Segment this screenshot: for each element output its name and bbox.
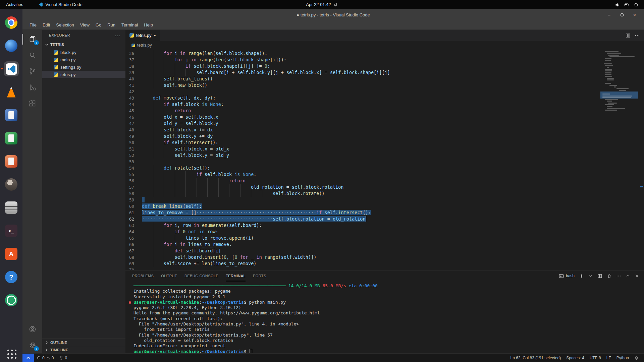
- window-titlebar[interactable]: ● tetris.py - tetris - Visual Studio Cod…: [22, 9, 644, 20]
- vlc-icon[interactable]: [4, 84, 19, 100]
- files-app-icon[interactable]: [4, 200, 19, 215]
- remote-indicator[interactable]: ><: [22, 354, 34, 362]
- accounts-button[interactable]: [22, 321, 42, 337]
- code-line-56[interactable]: 56return: [125, 178, 644, 184]
- file-item-block.py[interactable]: block.py: [42, 49, 125, 56]
- outline-section[interactable]: OUTLINE: [42, 339, 125, 346]
- explorer-more-actions-icon[interactable]: ···: [115, 33, 121, 38]
- close-button[interactable]: ×: [631, 11, 639, 19]
- code-line-60[interactable]: 60def break_lines(self):: [125, 203, 644, 209]
- code-line-64[interactable]: 64if 0 not in row:: [125, 229, 644, 235]
- new-terminal-icon[interactable]: [579, 274, 584, 279]
- panel-tab-output[interactable]: OUTPUT: [161, 270, 177, 281]
- minimap[interactable]: [600, 50, 639, 270]
- gimp-icon[interactable]: [4, 177, 19, 192]
- folder-root-tetris[interactable]: TETRIS: [42, 41, 125, 49]
- menu-view[interactable]: View: [77, 22, 93, 27]
- blue-globe-app-icon[interactable]: [4, 38, 19, 53]
- menu-edit[interactable]: Edit: [40, 22, 53, 27]
- search-tab[interactable]: [22, 47, 42, 63]
- libreoffice-writer-icon[interactable]: [4, 108, 19, 123]
- code-line-42[interactable]: 42: [125, 88, 644, 95]
- modified-dot-icon[interactable]: ●: [154, 34, 156, 37]
- close-panel-icon[interactable]: [635, 274, 639, 278]
- ports-status[interactable]: 0: [56, 354, 70, 362]
- clock[interactable]: Apr 22 01:42: [306, 2, 338, 7]
- menu-file[interactable]: File: [26, 22, 40, 27]
- code-line-48[interactable]: 48self.block.x += dx: [125, 127, 644, 133]
- code-line-44[interactable]: 44if self.block is None:: [125, 101, 644, 108]
- code-line-50[interactable]: 50if self.intersect():: [125, 139, 644, 146]
- code-line-67[interactable]: 67del self.board[i]: [125, 248, 644, 254]
- problems-status[interactable]: 0 0: [34, 354, 56, 362]
- maximize-panel-icon[interactable]: [626, 274, 630, 278]
- code-line-63[interactable]: 63for i, row in enumerate(self.board):: [125, 222, 644, 229]
- language-mode-status[interactable]: Python: [614, 354, 632, 362]
- help-app-icon[interactable]: [4, 269, 19, 285]
- code-line-53[interactable]: 53: [125, 159, 644, 165]
- timeline-section[interactable]: TIMELINE: [42, 346, 125, 353]
- code-line-69[interactable]: 69self.score += len(lines_to_remove): [125, 260, 644, 267]
- show-applications-icon[interactable]: [6, 348, 16, 359]
- chrome-icon[interactable]: [4, 15, 19, 30]
- settings-button[interactable]: 1: [22, 337, 42, 353]
- restore-button[interactable]: [618, 11, 626, 19]
- code-line-59[interactable]: 59: [125, 197, 644, 203]
- menu-go[interactable]: Go: [93, 22, 104, 27]
- file-item-main.py[interactable]: main.py: [42, 56, 125, 63]
- code-line-68[interactable]: 68self.board.insert(0, [0 for _ in range…: [125, 254, 644, 260]
- system-tray[interactable]: [615, 2, 644, 7]
- menu-run[interactable]: Run: [104, 22, 118, 27]
- editor-scrollbar[interactable]: [639, 50, 644, 270]
- code-line-37[interactable]: 37for j in range(len(self.block.shape[i]…: [125, 57, 644, 63]
- panel-more-actions-icon[interactable]: [616, 274, 621, 279]
- code-line-70[interactable]: 70: [125, 267, 644, 270]
- kill-terminal-icon[interactable]: [607, 274, 612, 279]
- vscode-icon[interactable]: [4, 61, 19, 76]
- code-line-51[interactable]: 51self.block.x = old_x: [125, 146, 644, 152]
- ubuntu-software-icon[interactable]: [4, 246, 19, 261]
- eol-status[interactable]: LF: [604, 354, 614, 362]
- split-editor-icon[interactable]: [625, 33, 631, 38]
- code-line-65[interactable]: 65lines_to_remove.append(i): [125, 235, 644, 241]
- panel-tab-terminal[interactable]: TERMINAL: [226, 270, 246, 281]
- focused-app-indicator[interactable]: Visual Studio Code: [38, 2, 82, 7]
- cursor-position-status[interactable]: Ln 62, Col 83 (191 selected): [507, 354, 564, 362]
- editor-more-actions-icon[interactable]: [635, 33, 640, 38]
- terminal-shell-label[interactable]: bash: [559, 274, 575, 279]
- extensions-tab[interactable]: [22, 96, 42, 112]
- code-line-49[interactable]: 49self.block.y += dy: [125, 133, 644, 139]
- minimize-button[interactable]: −: [605, 11, 613, 19]
- code-line-36[interactable]: 36for i in range(len(self.block.shape)):: [125, 50, 644, 57]
- green-app-icon[interactable]: [4, 293, 19, 308]
- source-control-tab[interactable]: [22, 63, 42, 79]
- menu-selection[interactable]: Selection: [53, 22, 77, 27]
- run-debug-tab[interactable]: [22, 79, 42, 96]
- code-line-43[interactable]: 43def move(self, dx, dy):: [125, 95, 644, 101]
- split-terminal-icon[interactable]: [597, 274, 602, 279]
- terminal-app-icon[interactable]: [4, 223, 19, 238]
- menu-help[interactable]: Help: [141, 22, 156, 27]
- panel-tab-debug-console[interactable]: DEBUG CONSOLE: [184, 270, 218, 281]
- code-line-47[interactable]: 47old_y = self.block.y: [125, 120, 644, 127]
- libreoffice-calc-icon[interactable]: [4, 131, 19, 146]
- code-line-58[interactable]: 58self.block.rotate(): [125, 190, 644, 197]
- code-line-62[interactable]: 62······································…: [125, 216, 644, 222]
- code-line-61[interactable]: 61lines_to_remove = []··················…: [125, 209, 644, 216]
- menu-terminal[interactable]: Terminal: [118, 22, 141, 27]
- code-line-54[interactable]: 54def rotate(self):: [125, 165, 644, 171]
- file-item-settings.py[interactable]: settings.py: [42, 63, 125, 71]
- code-line-40[interactable]: 40self.break_lines(): [125, 76, 644, 82]
- explorer-tab[interactable]: 1: [22, 31, 42, 47]
- code-line-41[interactable]: 41self.new_block(): [125, 82, 644, 88]
- code-line-52[interactable]: 52self.block.y = old_y: [125, 152, 644, 159]
- code-line-57[interactable]: 57old_rotation = self.block.rotation: [125, 184, 644, 190]
- libreoffice-impress-icon[interactable]: [4, 154, 19, 169]
- code-line-38[interactable]: 38if self.block.shape[i][j] != 0:: [125, 63, 644, 69]
- terminal-dropdown-icon[interactable]: [588, 274, 593, 278]
- code-editor[interactable]: 36for i in range(len(self.block.shape)):…: [125, 50, 644, 270]
- panel-tab-ports[interactable]: PORTS: [253, 270, 266, 281]
- code-line-45[interactable]: 45return: [125, 108, 644, 114]
- terminal-output[interactable]: ━━━━━━━━━━━━━━━━━━━━━━━━━━━━━━━━━━━━━━━━…: [125, 281, 644, 353]
- indentation-status[interactable]: Spaces: 4: [564, 354, 587, 362]
